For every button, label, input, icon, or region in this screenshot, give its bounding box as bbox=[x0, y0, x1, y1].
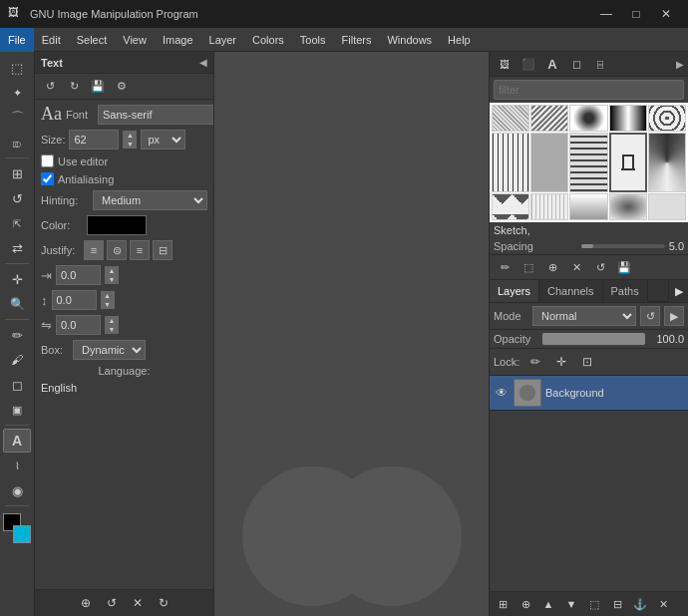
rp-icon5[interactable]: ⌸ bbox=[589, 54, 611, 74]
unit-select[interactable]: px pt mm bbox=[141, 130, 185, 150]
brush-cell-1[interactable] bbox=[492, 105, 529, 132]
brush-cell-3[interactable] bbox=[569, 105, 607, 132]
tool-fuzzy-select[interactable]: ✦ bbox=[3, 81, 31, 105]
brush-cell-13[interactable] bbox=[569, 193, 607, 220]
tool-lasso[interactable]: ⌒ bbox=[3, 106, 31, 130]
layer-new[interactable]: ⊕ bbox=[515, 594, 536, 614]
justify-fill-btn[interactable]: ⊟ bbox=[153, 240, 172, 260]
justify-center-btn[interactable]: ⊜ bbox=[107, 240, 127, 260]
box-select[interactable]: Dynamic Fixed bbox=[73, 340, 146, 360]
linespacing-up[interactable]: ▲ bbox=[101, 291, 115, 300]
lp-delete-btn[interactable]: ✕ bbox=[127, 593, 149, 613]
menu-help[interactable]: Help bbox=[440, 28, 479, 52]
indent-input[interactable] bbox=[56, 265, 101, 285]
brush-cell-6[interactable] bbox=[492, 133, 529, 191]
tool-opt-save[interactable]: 💾 bbox=[87, 77, 109, 97]
tool-erase[interactable]: ◻ bbox=[3, 373, 31, 397]
brush-cell-10[interactable] bbox=[648, 133, 686, 191]
text-color-swatch[interactable] bbox=[87, 215, 147, 235]
size-down-btn[interactable]: ▼ bbox=[123, 140, 137, 149]
brush-filter-input[interactable] bbox=[494, 80, 684, 100]
rp-icon2[interactable]: ⬛ bbox=[517, 54, 539, 74]
menu-tools[interactable]: Tools bbox=[292, 28, 334, 52]
menu-select[interactable]: Select bbox=[69, 28, 116, 52]
tool-magnify[interactable]: 🔍 bbox=[3, 292, 31, 316]
layer-merge[interactable]: ⊟ bbox=[606, 594, 628, 614]
mode-btn2[interactable]: ▶ bbox=[664, 306, 684, 326]
panel-collapse-btn[interactable]: ◀ bbox=[199, 57, 207, 68]
lp-reset-btn[interactable]: ↺ bbox=[101, 593, 123, 613]
layer-down[interactable]: ▼ bbox=[560, 594, 582, 614]
tab-channels[interactable]: Channels bbox=[539, 280, 602, 302]
brush-cell-4[interactable] bbox=[609, 105, 647, 132]
indent-down[interactable]: ▼ bbox=[105, 275, 119, 284]
brush-cell-14[interactable] bbox=[609, 193, 647, 220]
menu-colors[interactable]: Colors bbox=[244, 28, 292, 52]
menu-image[interactable]: Image bbox=[155, 28, 201, 52]
maximize-button[interactable]: □ bbox=[622, 4, 650, 24]
tool-fill[interactable]: ▣ bbox=[3, 398, 31, 422]
layer-up[interactable]: ▲ bbox=[537, 594, 559, 614]
tool-rotate[interactable]: ↺ bbox=[3, 186, 31, 210]
brush-cell-11[interactable] bbox=[492, 193, 529, 220]
bt-edit[interactable]: ✏ bbox=[494, 257, 516, 277]
menu-file[interactable]: File bbox=[0, 28, 34, 52]
bt-delete[interactable]: ✕ bbox=[565, 257, 587, 277]
menu-view[interactable]: View bbox=[115, 28, 155, 52]
baseline-up[interactable]: ▲ bbox=[105, 316, 119, 325]
minimize-button[interactable]: — bbox=[592, 4, 620, 24]
tool-scale[interactable]: ⇱ bbox=[3, 211, 31, 235]
justify-left-btn[interactable]: ≡ bbox=[84, 240, 104, 260]
hinting-select[interactable]: None Slight Medium Full bbox=[93, 190, 207, 210]
layers-options-btn[interactable]: ▶ bbox=[668, 280, 688, 302]
baseline-input[interactable] bbox=[56, 315, 101, 335]
baseline-down[interactable]: ▼ bbox=[105, 325, 119, 334]
tool-measure[interactable]: ⌇ bbox=[3, 454, 31, 477]
menu-windows[interactable]: Windows bbox=[379, 28, 440, 52]
indent-up[interactable]: ▲ bbox=[105, 266, 119, 275]
lock-move-btn[interactable]: ✛ bbox=[551, 352, 571, 372]
tab-paths[interactable]: Paths bbox=[603, 280, 648, 302]
menu-edit[interactable]: Edit bbox=[34, 28, 69, 52]
rp-icon4[interactable]: ◻ bbox=[565, 54, 587, 74]
opacity-slider[interactable] bbox=[542, 333, 645, 345]
canvas-area[interactable] bbox=[214, 52, 489, 616]
brush-cell-7[interactable] bbox=[530, 133, 568, 191]
size-input[interactable] bbox=[69, 130, 119, 150]
brush-cell-9[interactable] bbox=[609, 133, 647, 191]
layer-delete[interactable]: ✕ bbox=[652, 594, 674, 614]
bt-refresh[interactable]: ↺ bbox=[589, 257, 611, 277]
bt-copy[interactable]: ⬚ bbox=[517, 257, 539, 277]
layer-item-background[interactable]: 👁 Background bbox=[490, 376, 688, 411]
layer-copy[interactable]: ⬚ bbox=[583, 594, 605, 614]
tool-crop[interactable]: ⊞ bbox=[3, 161, 31, 185]
linespacing-down[interactable]: ▼ bbox=[101, 300, 115, 309]
bt-save[interactable]: 💾 bbox=[613, 257, 635, 277]
tool-opt-settings[interactable]: ⚙ bbox=[111, 77, 133, 97]
tool-pencil[interactable]: ✏ bbox=[3, 323, 31, 347]
antialiasing-check[interactable] bbox=[41, 172, 54, 185]
brush-cell-12[interactable] bbox=[530, 193, 568, 220]
brush-cell-5[interactable] bbox=[648, 105, 686, 132]
spacing-slider[interactable] bbox=[581, 244, 665, 248]
brush-cell-8[interactable] bbox=[569, 133, 607, 191]
tool-text[interactable]: A bbox=[3, 429, 31, 453]
size-up-btn[interactable]: ▲ bbox=[123, 131, 137, 140]
menu-layer[interactable]: Layer bbox=[201, 28, 245, 52]
tool-opt-undo[interactable]: ↺ bbox=[39, 77, 61, 97]
tool-paths[interactable]: ⎄ bbox=[3, 131, 31, 154]
bt-add[interactable]: ⊕ bbox=[541, 257, 563, 277]
brush-cell-2[interactable] bbox=[530, 105, 568, 132]
brush-cell-15[interactable] bbox=[648, 193, 686, 220]
layer-new-group[interactable]: ⊞ bbox=[492, 594, 514, 614]
lp-restore-btn[interactable]: ↻ bbox=[153, 593, 174, 613]
menu-filters[interactable]: Filters bbox=[334, 28, 380, 52]
tool-move[interactable]: ✛ bbox=[3, 267, 31, 291]
font-input[interactable] bbox=[98, 105, 213, 125]
mode-select[interactable]: Normal Multiply Screen Overlay bbox=[532, 306, 636, 326]
tab-layers[interactable]: Layers bbox=[490, 280, 539, 302]
tool-eyedropper[interactable]: ◉ bbox=[3, 478, 31, 502]
lp-add-btn[interactable]: ⊕ bbox=[75, 593, 97, 613]
tool-opt-redo[interactable]: ↻ bbox=[63, 77, 85, 97]
use-editor-check[interactable] bbox=[41, 154, 54, 167]
